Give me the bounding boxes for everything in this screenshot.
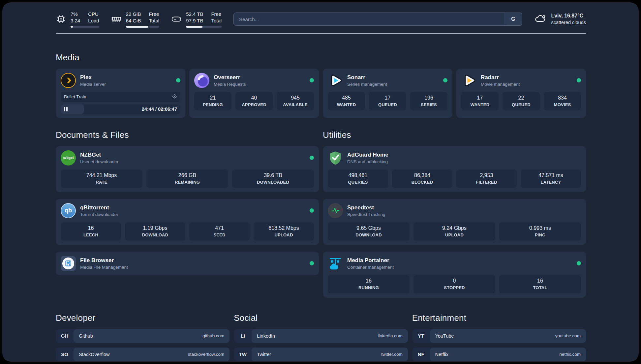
cpu-progress-bar <box>71 26 99 28</box>
service-name: Sonarr <box>347 74 387 81</box>
service-name: AdGuard Home <box>347 152 388 158</box>
stat-tile: 0 STOPPED <box>413 275 495 293</box>
nzbget-card[interactable]: nzbget NZBGet Usenet downloader 744.21 M… <box>56 146 319 192</box>
service-desc: Media File Management <box>80 265 128 270</box>
media-section-title: Media <box>56 52 586 63</box>
ram-icon <box>111 14 122 24</box>
stat-tile: 744.21 Mbps RATE <box>61 169 142 188</box>
search-engine-button[interactable]: G <box>504 13 522 26</box>
filebrowser-card[interactable]: File Browser Media File Management <box>56 252 319 275</box>
developer-section: Developer GH Github github.com SO StackO… <box>56 313 229 362</box>
weather-condition: scattered clouds <box>551 19 586 26</box>
documents-section-title: Documents & Files <box>56 130 319 140</box>
stat-tile: 17 QUEUED <box>369 92 406 110</box>
memory-total-value: 64 GiB <box>126 17 141 24</box>
stat-tile: 945 AVAILABLE <box>277 92 314 110</box>
link-name: YouTube <box>435 333 454 339</box>
service-name: Plex <box>80 74 106 81</box>
playback-time: 24:44 / 02:06:47 <box>142 106 177 112</box>
link-name: Github <box>79 333 93 339</box>
link-github[interactable]: GH Github github.com <box>56 329 229 343</box>
service-name: Media Portainer <box>347 257 394 264</box>
service-desc: DNS and adblocking <box>347 159 388 164</box>
stat-tile: 1.19 Gbps DOWNLOAD <box>125 222 185 241</box>
plex-card[interactable]: Plex Media server Bullet Train <box>56 69 185 118</box>
stat-tile: 22 QUEUED <box>503 92 540 110</box>
cpu-usage-label: CPU <box>88 11 99 17</box>
service-desc: Container management <box>347 265 394 270</box>
settings-icon[interactable] <box>172 94 177 100</box>
stat-tile: 40 APPROVED <box>235 92 273 110</box>
pause-icon[interactable] <box>64 107 68 111</box>
stat-tile: 21 PENDING <box>194 92 231 110</box>
status-dot <box>310 156 314 160</box>
link-netflix[interactable]: NF Netflix netflix.com <box>412 348 586 361</box>
media-section: Media Plex Media server Bullet Train <box>56 52 586 118</box>
disk-progress-fill <box>186 26 202 28</box>
link-twitter[interactable]: TW Twitter twitter.com <box>234 348 408 361</box>
speedtest-card[interactable]: Speedtest Speedtest Tracking 9.65 Gbps D… <box>323 199 586 245</box>
disk-total-value: 97.9 TB <box>186 17 203 24</box>
cloud-icon <box>534 14 547 24</box>
qbittorrent-card[interactable]: qb qBittorrent Torrent downloader 16 LEE… <box>56 199 319 245</box>
search-input[interactable] <box>233 13 522 26</box>
radarr-icon <box>461 73 476 88</box>
link-tag: SO <box>56 348 74 361</box>
portainer-icon <box>328 256 343 271</box>
cpu-chip-icon <box>56 14 66 24</box>
stat-tile: 266 GB REMAINING <box>146 169 228 188</box>
link-tag: YT <box>412 329 430 343</box>
service-name: File Browser <box>80 257 128 264</box>
disk-free-value: 52.4 TB <box>186 11 203 17</box>
weather-location-temp: Lviv, 16.87°C <box>551 13 586 19</box>
stat-tile: 485 WANTED <box>328 92 365 110</box>
adguard-card[interactable]: AdGuard Home DNS and adblocking 498,461 … <box>323 146 586 192</box>
stat-tile: 86,384 BLOCKED <box>392 169 452 188</box>
documents-section: Documents & Files nzbget NZBGet Usenet d… <box>56 130 319 298</box>
radarr-card[interactable]: Radarr Movie management 17 WANTED 22 QUE… <box>456 69 586 118</box>
system-stats: 7% 3.24 CPU Load <box>56 11 222 28</box>
link-name: LinkedIn <box>257 333 275 339</box>
now-playing-title: Bullet Train <box>64 94 86 99</box>
stat-tile: 2,953 FILTERED <box>456 169 517 188</box>
link-url: stackoverflow.com <box>188 352 224 357</box>
link-tag: GH <box>56 329 74 343</box>
service-name: qBittorrent <box>80 204 118 211</box>
link-tag: LI <box>234 329 252 343</box>
stat-tile: 196 SERIES <box>410 92 447 110</box>
stat-tile: 39.6 TB DOWNLOADED <box>232 169 314 188</box>
disk-total-label: Total <box>211 17 222 24</box>
search-container: G <box>233 13 522 26</box>
utilities-section-title: Utilities <box>323 130 586 140</box>
filebrowser-icon <box>61 256 76 271</box>
memory-total-label: Total <box>149 17 159 24</box>
cpu-load-value: 3.24 <box>71 17 80 24</box>
stat-tile: 16 RUNNING <box>328 275 410 293</box>
service-desc: Series management <box>347 82 387 87</box>
entertainment-section-title: Entertainment <box>412 313 586 323</box>
status-dot <box>310 261 314 265</box>
link-linkedin[interactable]: LI LinkedIn linkedin.com <box>234 329 408 343</box>
link-tag: NF <box>412 348 430 361</box>
link-youtube[interactable]: YT YouTube youtube.com <box>412 329 586 343</box>
link-url: youtube.com <box>555 333 581 338</box>
nzbget-icon: nzbget <box>61 150 76 166</box>
service-desc: Speedtest Tracking <box>347 212 385 217</box>
developer-section-title: Developer <box>56 313 229 323</box>
stat-tile: 17 WANTED <box>461 92 499 110</box>
weather-widget: Lviv, 16.87°C scattered clouds <box>534 13 586 26</box>
status-dot <box>443 78 447 82</box>
overseerr-card[interactable]: Overseerr Media Requests 21 PENDING 40 A… <box>189 69 319 118</box>
link-url: netflix.com <box>559 352 581 357</box>
header-divider <box>56 33 586 34</box>
memory-free-value: 22 GiB <box>126 11 141 17</box>
sonarr-card[interactable]: Sonarr Series management 485 WANTED 17 Q… <box>323 69 452 118</box>
link-stackoverflow[interactable]: SO StackOverflow stackoverflow.com <box>56 348 229 361</box>
service-name: Overseerr <box>214 74 246 81</box>
memory-stat: 22 GiB 64 GiB Free Total <box>111 11 160 28</box>
service-desc: Torrent downloader <box>80 212 118 217</box>
portainer-card[interactable]: Media Portainer Container management 16 … <box>323 252 586 298</box>
link-url: linkedin.com <box>378 333 403 338</box>
disk-free-label: Free <box>211 11 222 17</box>
cpu-stat: 7% 3.24 CPU Load <box>56 11 99 28</box>
